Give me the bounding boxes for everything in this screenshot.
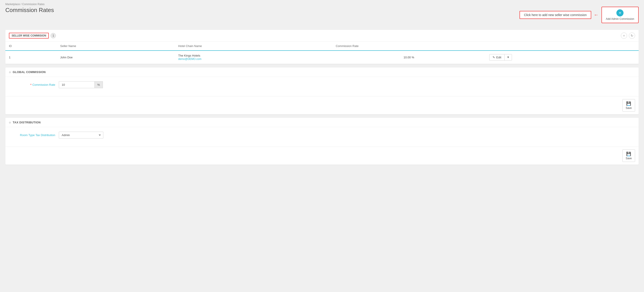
commission-rate-input[interactable] <box>59 81 94 88</box>
tax-save-button[interactable]: 💾 Save <box>622 150 635 162</box>
breadcrumb: Marketplace / Commission Rates <box>5 3 639 6</box>
col-actions <box>486 42 639 50</box>
top-action-bar: Click here to add new seller wise commis… <box>520 7 639 23</box>
col-id: ID <box>5 42 56 50</box>
refresh-button[interactable]: ↻ <box>629 32 635 39</box>
edit-button[interactable]: ✎ Edit ▼ <box>489 54 512 60</box>
global-commission-header: ○ GLOBAL COMMISSION <box>5 68 639 77</box>
global-commission-form: * Commission Rate % <box>5 77 639 96</box>
tax-distribution-footer: 💾 Save <box>5 146 639 164</box>
table-row: 1 John Doe The Kings Hotels demo@DEMO.co… <box>5 50 639 64</box>
table-header-row: ID Seller Name Hotel Chain Name Commissi… <box>5 42 639 50</box>
room-type-tax-select[interactable]: AdminSellerSplit <box>59 132 103 138</box>
hint-text: Click here to add new seller wise commis… <box>524 13 587 17</box>
percent-addon: % <box>94 81 103 88</box>
breadcrumb-parent[interactable]: Marketplace <box>5 3 20 6</box>
cell-commission-rate: 10.00 % <box>332 50 486 64</box>
global-commission-card: ○ GLOBAL COMMISSION * Commission Rate % … <box>5 68 639 114</box>
commission-rate-label: Commission Rate <box>32 83 55 86</box>
col-commission-rate: Commission Rate <box>332 42 486 50</box>
page-title: Commission Rates <box>5 7 54 14</box>
seller-header-actions: + ↻ <box>621 32 635 39</box>
tax-save-floppy-icon: 💾 <box>626 152 631 156</box>
tax-globe-icon: ○ <box>9 120 11 124</box>
required-star: * <box>30 83 32 87</box>
col-seller-name: Seller Name <box>56 42 174 50</box>
cell-seller-name: John Doe <box>56 50 174 64</box>
seller-tab-header: SELLER WISE COMMISION 1 + ↻ <box>5 30 639 42</box>
add-seller-icon-button[interactable]: + <box>621 32 627 39</box>
edit-dropdown-arrow[interactable]: ▼ <box>504 54 512 60</box>
hint-box: Click here to add new seller wise commis… <box>520 11 591 19</box>
tax-distribution-header: ○ TAX DISTRIBUTION <box>5 118 639 127</box>
global-commission-save-button[interactable]: 💾 Save <box>622 99 635 112</box>
global-commission-footer: 💾 Save <box>5 96 639 114</box>
cell-actions: ✎ Edit ▼ <box>486 50 639 64</box>
commission-rate-input-group: % <box>59 81 103 88</box>
commission-rate-label-group: * Commission Rate <box>11 83 55 87</box>
seller-table: ID Seller Name Hotel Chain Name Commissi… <box>5 42 639 64</box>
tax-save-label: Save <box>626 157 632 160</box>
breadcrumb-separator: / <box>21 3 22 6</box>
seller-count-badge: 1 <box>50 33 56 38</box>
add-admin-commission-button[interactable]: + Add Admin Commission <box>602 7 639 23</box>
plus-icon: + <box>623 34 625 38</box>
seller-wise-commission-card: SELLER WISE COMMISION 1 + ↻ ID Seller Na… <box>5 30 639 64</box>
globe-icon: ○ <box>9 70 11 74</box>
seller-tab-label[interactable]: SELLER WISE COMMISION <box>9 33 49 38</box>
add-icon: + <box>616 9 624 16</box>
cell-hotel-email[interactable]: demo@DEMO.com <box>178 58 201 60</box>
refresh-icon: ↻ <box>631 34 633 38</box>
tax-distribution-card: ○ TAX DISTRIBUTION Room Type Tax Distrib… <box>5 118 639 164</box>
breadcrumb-current: Commission Rates <box>22 3 44 6</box>
arrow-icon: ← <box>594 12 599 17</box>
tax-distribution-title: TAX DISTRIBUTION <box>13 121 40 124</box>
pencil-icon: ✎ <box>492 56 495 59</box>
room-type-label: Room Type Tax Distribution <box>11 134 55 137</box>
cell-hotel-chain: The Kings Hotels demo@DEMO.com <box>174 50 332 64</box>
add-admin-label: Add Admin Commission <box>606 17 634 20</box>
save-floppy-icon: 💾 <box>626 101 631 106</box>
col-hotel-chain: Hotel Chain Name <box>174 42 332 50</box>
commission-rate-row: * Commission Rate % <box>11 81 633 88</box>
room-type-tax-row: Room Type Tax Distribution AdminSellerSp… <box>11 132 633 138</box>
save-label: Save <box>626 106 632 110</box>
tax-distribution-form: Room Type Tax Distribution AdminSellerSp… <box>5 127 639 146</box>
edit-main: ✎ Edit <box>490 54 504 60</box>
cell-id: 1 <box>5 50 56 64</box>
global-commission-title: GLOBAL COMMISSION <box>13 70 46 74</box>
